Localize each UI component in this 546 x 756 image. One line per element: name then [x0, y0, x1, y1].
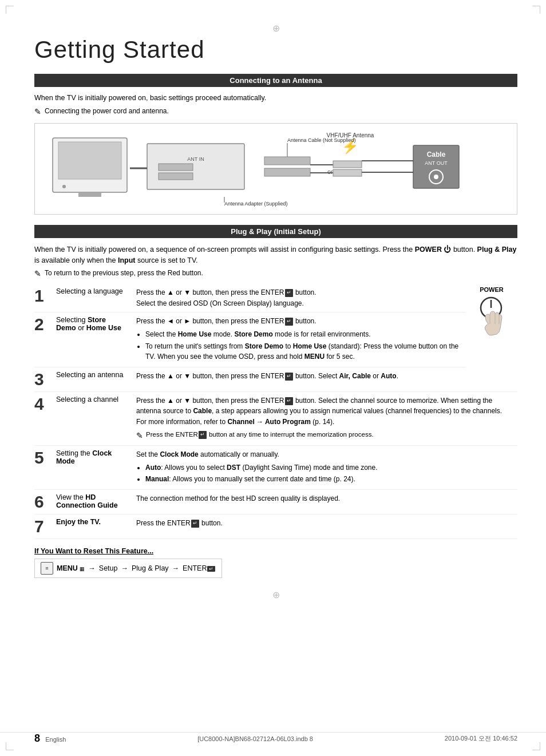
power-bold: POWER	[415, 246, 442, 254]
step-desc-1: Press the ▲ or ▼ button, then press the …	[132, 284, 466, 312]
section-plug-header: Plug & Play (Initial Setup)	[34, 225, 517, 238]
step-desc-7: Press the ENTER↵ button.	[132, 514, 517, 539]
page-footer: 8 English [UC8000-NA]BN68-02712A-06L03.i…	[0, 732, 546, 745]
antenna-diagram: ANT IN VHF/UHF Antenna ⚡ Antenna Cable (…	[34, 123, 517, 215]
svg-text:ANT IN: ANT IN	[187, 156, 204, 162]
page-container: ⊕ Getting Started Connecting to an Anten…	[0, 0, 546, 756]
svg-text:Antenna Adapter (Supplied): Antenna Adapter (Supplied)	[224, 201, 288, 207]
note-pencil-icon2: ✎	[34, 269, 41, 278]
step-title-5: Setting the Clock Mode	[52, 446, 132, 490]
step-row-4: 4 Selecting a channel Press the ▲ or ▼ b…	[34, 391, 517, 445]
reset-arrow1: →	[88, 564, 96, 572]
svg-point-20	[434, 175, 438, 179]
top-compass-icon: ⊕	[34, 23, 517, 34]
svg-rect-27	[333, 161, 362, 168]
step-desc-2: Press the ◄ or ► button, then press the …	[132, 312, 466, 367]
power-button-hand-svg	[468, 295, 514, 350]
svg-text:ANT OUT: ANT OUT	[425, 160, 448, 166]
svg-rect-14	[264, 168, 310, 176]
step-row-7: 7 Enjoy the TV. Press the ENTER↵ button.	[34, 514, 517, 539]
svg-rect-13	[264, 157, 310, 165]
step-row-2: 2 Selecting Store Demo or Home Use Press…	[34, 312, 517, 367]
reset-title: If You Want to Reset This Feature...	[34, 547, 517, 555]
svg-rect-6	[159, 164, 193, 171]
reset-command-line: ≡ MENU ▦ → Setup → Plug & Play → ENTER↵	[34, 559, 222, 578]
date-info: 2010-09-01 오전 10:46:52	[445, 734, 517, 743]
section-antenna-note: ✎ Connecting the power cord and antenna.	[34, 107, 517, 116]
note-pencil-icon: ✎	[34, 107, 41, 116]
reset-setup: Setup	[99, 564, 118, 572]
reset-arrow2: →	[121, 564, 128, 572]
step-desc-3: Press the ▲ or ▼ button, then press the …	[132, 367, 466, 391]
step-4-note: ✎ Press the ENTER↵ button at any time to…	[136, 430, 513, 442]
step-title-4: Selecting a channel	[52, 391, 132, 445]
step-title-2: Selecting Store Demo or Home Use	[52, 312, 132, 367]
file-info: [UC8000-NA]BN68-02712A-06L03.indb 8	[197, 735, 313, 742]
step-num-5: 5	[34, 446, 52, 490]
reset-arrow3: →	[172, 564, 180, 572]
step-num-2: 2	[34, 312, 52, 367]
step-row-3: 3 Selecting an antenna Press the ▲ or ▼ …	[34, 367, 517, 391]
reset-enter: ENTER↵	[183, 564, 216, 572]
section-antenna-para1: When the TV is initially powered on, bas…	[34, 93, 517, 104]
step-row-5: 5 Setting the Clock Mode Set the Clock M…	[34, 446, 517, 490]
step-title-3: Selecting an antenna	[52, 367, 132, 391]
step-desc-4: Press the ▲ or ▼ button, then press the …	[132, 391, 517, 445]
plug-play-bold: Plug & Play	[477, 246, 517, 254]
steps-table: 1 Selecting a language Press the ▲ or ▼ …	[34, 284, 517, 539]
svg-rect-7	[159, 173, 193, 180]
svg-rect-2	[78, 192, 101, 197]
step-num-4: 4	[34, 391, 52, 445]
step-desc-6: The connection method for the best HD sc…	[132, 490, 517, 514]
step-row-6: 6 View the HD Connection Guide The conne…	[34, 490, 517, 514]
input-bold: Input	[118, 256, 136, 264]
power-hand-image: POWER	[466, 284, 517, 391]
section-antenna: Connecting to an Antenna When the TV is …	[34, 74, 517, 215]
bottom-compass-icon: ⊕	[34, 589, 517, 600]
step-title-1: Selecting a language	[52, 284, 132, 312]
step-num-7: 7	[34, 514, 52, 539]
svg-text:or: or	[327, 168, 333, 175]
power-label: POWER	[468, 286, 515, 293]
step-num-3: 3	[34, 367, 52, 391]
reset-menu-label: MENU ▦	[57, 564, 85, 572]
svg-rect-1	[58, 142, 121, 179]
section-plug-play: Plug & Play (Initial Setup) When the TV …	[34, 225, 517, 578]
note-pencil-icon3: ✎	[136, 430, 143, 442]
reset-plug-play: Plug & Play	[132, 564, 169, 572]
svg-rect-28	[333, 169, 362, 176]
step-num-6: 6	[34, 490, 52, 514]
svg-point-3	[62, 185, 66, 188]
section-antenna-header: Connecting to an Antenna	[34, 74, 517, 87]
page-title: Getting Started	[34, 36, 517, 64]
step-row-1: 1 Selecting a language Press the ▲ or ▼ …	[34, 284, 517, 312]
steps-intro-para: When the TV is initially powered on, a s…	[34, 244, 517, 266]
page-number: 8 English	[34, 733, 66, 745]
step-title-6: View the HD Connection Guide	[52, 490, 132, 514]
step-title-7: Enjoy the TV.	[52, 514, 132, 539]
steps-return-note: ✎ To return to the previous step, press …	[34, 269, 517, 278]
reset-section: If You Want to Reset This Feature... ≡ M…	[34, 547, 517, 578]
antenna-diagram-svg: ANT IN VHF/UHF Antenna ⚡ Antenna Cable (…	[43, 129, 509, 209]
step-num-1: 1	[34, 284, 52, 312]
svg-text:Cable: Cable	[427, 151, 446, 159]
svg-text:Antenna Cable (Not Supplied): Antenna Cable (Not Supplied)	[287, 137, 356, 143]
menu-icon: ≡	[41, 562, 53, 575]
step-desc-5: Set the Clock Mode automatically or manu…	[132, 446, 517, 490]
